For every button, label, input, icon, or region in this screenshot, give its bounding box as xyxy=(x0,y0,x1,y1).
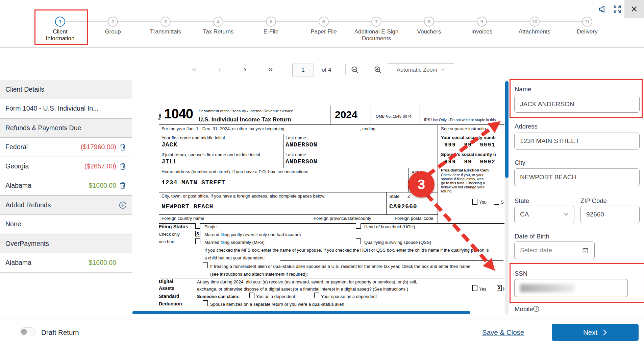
trash-icon[interactable] xyxy=(119,143,127,152)
sidebar-header-overpayments: OverPayments xyxy=(0,234,132,253)
trash-icon[interactable] xyxy=(119,181,127,190)
form-text: (see instructions and attach statement i… xyxy=(210,272,308,277)
stepper-step-10-label[interactable]: Attachments xyxy=(509,28,560,35)
previous-page-button[interactable]: ‹ xyxy=(218,64,221,74)
form-omb: OMB No. 1545-0074 xyxy=(376,114,411,118)
dob-placeholder: Select date xyxy=(520,247,552,254)
state-select[interactable]: CA xyxy=(514,206,574,223)
stepper-step-6-circle[interactable]: 6 xyxy=(319,17,329,27)
stepper-step-7-circle[interactable]: 7 xyxy=(371,17,381,27)
zoom-in-icon[interactable] xyxy=(373,65,382,76)
form-text: Foreign province/state/county xyxy=(314,216,371,221)
close-icon[interactable]: ✕ xyxy=(624,0,644,18)
form-word: Form xyxy=(157,112,162,120)
name-input[interactable] xyxy=(514,96,640,113)
stepper-step-1-label[interactable]: Client Information xyxy=(43,28,77,42)
form-text: a child but not your dependent: xyxy=(204,255,265,260)
city-input[interactable] xyxy=(514,168,640,186)
form-text: Your first name and middle initial xyxy=(162,135,225,140)
form-text: At any time during 2024, did you: (a) re… xyxy=(197,279,417,284)
stepper-step-11-circle[interactable]: 11 xyxy=(582,17,592,27)
form-text: Apt. no. xyxy=(412,170,427,175)
claim-spouse-checkbox xyxy=(314,293,319,298)
first-page-button[interactable]: « xyxy=(192,64,196,74)
trash-icon[interactable] xyxy=(119,162,127,171)
page-number-input[interactable] xyxy=(292,64,314,76)
form-value: 1234 MAIN STREET xyxy=(162,179,225,186)
vertical-scrollbar-thumb[interactable] xyxy=(505,81,509,178)
last-page-button[interactable]: » xyxy=(268,64,273,74)
digital-no-checkbox-checked: X xyxy=(497,285,502,291)
zoom-out-icon[interactable] xyxy=(350,65,360,76)
megaphone-icon[interactable] xyxy=(598,4,608,16)
stepper-step-5-circle[interactable]: 5 xyxy=(266,17,276,27)
stepper-step-6-label[interactable]: Paper File xyxy=(298,28,349,35)
form-text: Foreign postal code xyxy=(395,216,433,221)
stepper-step-3-circle[interactable]: 3 xyxy=(160,17,171,27)
stepper-step-8-circle[interactable]: 8 xyxy=(424,17,434,27)
amount-due: ($2657.00) xyxy=(84,162,116,170)
state-select-value: CA xyxy=(520,211,529,218)
stepper-step-8-label[interactable]: Vouchers xyxy=(404,28,454,35)
sidebar-row-overpayment-alabama: Alabama $1600.00 xyxy=(0,253,132,273)
zoom-mode-select[interactable]: Automatic Zoom xyxy=(388,63,454,76)
stepper-divider xyxy=(0,47,644,48)
next-page-button[interactable]: › xyxy=(244,64,246,74)
stepper-step-9-circle[interactable]: 9 xyxy=(477,17,487,27)
info-icon[interactable] xyxy=(533,305,540,314)
form-text: Digital xyxy=(159,279,173,284)
refund-amount: $1600.00 xyxy=(89,182,116,189)
form-text: refund. xyxy=(441,189,452,193)
sidebar-header-added-refunds: Added Refunds xyxy=(0,196,132,215)
calendar-icon xyxy=(582,247,589,254)
form-text: , ending xyxy=(360,126,375,131)
stepper-step-10-circle[interactable]: 10 xyxy=(529,17,540,27)
add-refund-icon[interactable] xyxy=(119,201,127,210)
jurisdiction-label: Georgia xyxy=(5,162,29,170)
draft-return-toggle[interactable] xyxy=(20,327,35,336)
stepper-step-11-label[interactable]: Delivery xyxy=(562,28,613,35)
form-text: Married filing jointly (even if only one… xyxy=(204,232,301,237)
state-label: State xyxy=(515,197,529,205)
fullscreen-icon[interactable] xyxy=(612,4,622,16)
sidebar-header-label: OverPayments xyxy=(5,240,49,248)
stepper-step-2-circle[interactable]: 2 xyxy=(108,17,118,27)
sidebar-item-form-1040[interactable]: Form 1040 - U.S. Individual In... xyxy=(0,99,132,118)
client-information-window: 1 Client Information 2 Group 3 Transmitt… xyxy=(0,0,644,345)
sidebar-item-label: Form 1040 - U.S. Individual In... xyxy=(5,105,98,112)
stepper-step-2-label[interactable]: Group xyxy=(88,28,138,35)
form-value: NEWPORT BEACH xyxy=(162,203,213,210)
form-text: If you checked the MFS box, enter the na… xyxy=(204,248,489,253)
dob-input[interactable]: Select date xyxy=(514,242,595,259)
next-button[interactable]: Next xyxy=(552,324,639,341)
sidebar-item-label: None xyxy=(5,220,21,228)
form-text: You as a dependent xyxy=(256,294,295,299)
form-tax-year: 2024 xyxy=(335,109,357,120)
claim-you-checkbox xyxy=(249,293,254,298)
form-text: Your spouse as a dependent xyxy=(321,294,377,299)
form-text: For the year Jan. 1 - Dec. 31, 2024, or … xyxy=(162,126,284,131)
stepper-step-9-label[interactable]: Invoices xyxy=(456,28,507,35)
ssn-input[interactable] xyxy=(514,279,628,297)
stepper-step-4-circle[interactable]: 4 xyxy=(213,17,223,27)
stepper-step-5-label[interactable]: E-File xyxy=(246,28,296,35)
dob-label: Date of Birth xyxy=(515,233,549,240)
sidebar-header-label: Refunds & Payments Due xyxy=(5,124,81,132)
zip-input[interactable] xyxy=(580,206,640,223)
hoh-checkbox xyxy=(356,223,361,229)
form-text: Qualifying surviving spouse (QSS) xyxy=(364,240,431,245)
address-input[interactable] xyxy=(514,133,640,150)
save-close-link[interactable]: Save & Close xyxy=(482,328,524,337)
stepper-step-7-label[interactable]: Additional E-Sign Documents xyxy=(349,28,403,42)
digital-yes-checkbox xyxy=(472,285,477,291)
form-1040-preview: Form 1040 Department of the Treasury - I… xyxy=(132,78,504,320)
chevron-down-icon xyxy=(563,212,569,217)
horizontal-scrollbar-thumb[interactable] xyxy=(132,311,470,314)
form-number: 1040 xyxy=(164,106,193,121)
form-text: Someone can claim: xyxy=(197,294,240,299)
stepper-step-3-label[interactable]: Transmittals xyxy=(140,28,191,35)
form-value: CA92660 xyxy=(389,203,417,210)
jurisdiction-label: Alabama xyxy=(5,182,31,189)
stepper-step-1-circle[interactable]: 1 xyxy=(55,17,65,27)
stepper-step-4-label[interactable]: Tax Returns xyxy=(193,28,244,35)
